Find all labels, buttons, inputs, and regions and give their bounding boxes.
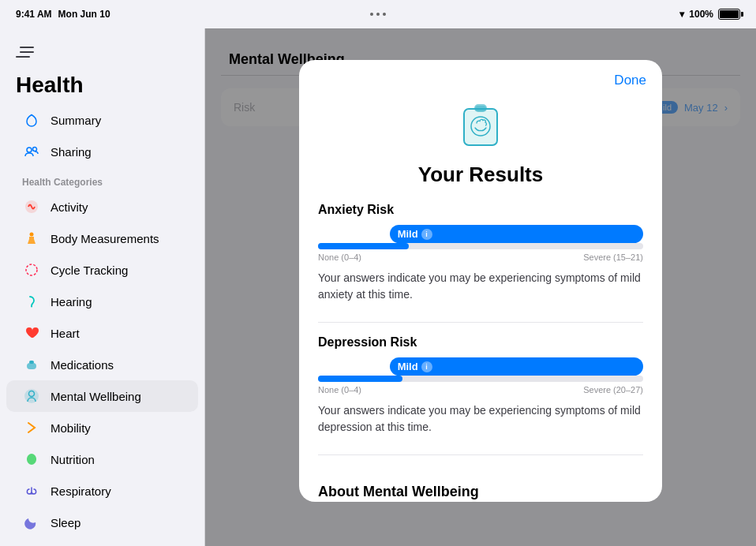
depression-info-icon[interactable]: i bbox=[421, 361, 432, 372]
cycle-tracking-label: Cycle Tracking bbox=[51, 264, 128, 277]
anxiety-risk-title: Anxiety Risk bbox=[318, 203, 643, 217]
sidebar-toggle-button[interactable] bbox=[16, 44, 38, 60]
anxiety-info-icon[interactable]: i bbox=[421, 229, 432, 240]
depression-badge-wrap: Mild i bbox=[318, 357, 643, 376]
activity-icon bbox=[22, 197, 41, 216]
depression-min-label: None (0–4) bbox=[318, 385, 361, 395]
anxiety-risk-section: Anxiety Risk Mild i bbox=[318, 203, 643, 303]
sharing-label: Sharing bbox=[51, 145, 92, 159]
svg-point-5 bbox=[31, 306, 32, 308]
svg-rect-13 bbox=[475, 106, 486, 111]
activity-label: Activity bbox=[51, 200, 88, 214]
svg-point-3 bbox=[30, 233, 34, 237]
nutrition-icon bbox=[22, 450, 41, 469]
status-date: Mon Jun 10 bbox=[58, 9, 110, 20]
mobility-icon bbox=[22, 418, 41, 437]
anxiety-progress-fill bbox=[318, 243, 409, 249]
main-content: Mental Wellbeing Risk Mild May 12 › bbox=[205, 28, 756, 546]
sidebar-item-nutrition[interactable]: Nutrition bbox=[6, 443, 198, 475]
health-categories-label: Health Categories bbox=[0, 167, 204, 191]
status-bar-left: 9:41 AM Mon Jun 10 bbox=[16, 9, 110, 20]
ipad-frame: 9:41 AM Mon Jun 10 ▾ 100% bbox=[0, 0, 756, 546]
anxiety-mild-badge: Mild i bbox=[390, 225, 643, 243]
sidebar-item-sleep[interactable]: Sleep bbox=[6, 507, 198, 538]
results-modal: Done bbox=[299, 60, 662, 502]
body-measurements-label: Body Measurements bbox=[51, 232, 159, 245]
sleep-label: Sleep bbox=[51, 516, 80, 529]
depression-risk-section: Depression Risk Mild i bbox=[318, 335, 643, 436]
anxiety-description: Your answers indicate you may be experie… bbox=[318, 270, 643, 303]
sidebar-item-summary[interactable]: Summary bbox=[6, 104, 198, 136]
medications-icon bbox=[22, 355, 41, 374]
sidebar-item-sharing[interactable]: Sharing bbox=[6, 136, 198, 167]
depression-mild-badge: Mild i bbox=[390, 357, 643, 376]
about-mental-wellbeing-title: About Mental Wellbeing bbox=[299, 484, 662, 502]
sidebar-item-symptoms[interactable]: Symptoms bbox=[6, 538, 198, 546]
medications-label: Medications bbox=[51, 358, 114, 372]
svg-rect-6 bbox=[27, 363, 36, 369]
sidebar-item-activity[interactable]: Activity bbox=[6, 191, 198, 223]
app-title: Health bbox=[0, 73, 204, 104]
nutrition-label: Nutrition bbox=[51, 453, 95, 466]
anxiety-max-label: Severe (15–21) bbox=[583, 252, 643, 262]
sharing-icon bbox=[22, 142, 41, 161]
mental-wellbeing-clipboard-icon bbox=[453, 95, 508, 150]
summary-icon bbox=[22, 110, 41, 129]
sidebar: Health Summary bbox=[0, 28, 205, 546]
svg-rect-7 bbox=[29, 361, 34, 364]
depression-badge-label: Mild bbox=[398, 361, 418, 372]
toggle-line bbox=[20, 47, 34, 48]
svg-point-1 bbox=[33, 148, 37, 151]
status-dot-1 bbox=[370, 13, 373, 16]
sidebar-item-heart[interactable]: Heart bbox=[6, 317, 198, 349]
sidebar-item-body-measurements[interactable]: Body Measurements bbox=[6, 223, 198, 254]
depression-risk-title: Depression Risk bbox=[318, 335, 643, 350]
app-layout: Health Summary bbox=[0, 28, 756, 546]
toggle-line bbox=[16, 56, 30, 58]
modal-divider-2 bbox=[318, 454, 643, 455]
mental-wellbeing-label: Mental Wellbeing bbox=[51, 390, 141, 403]
wifi-icon: ▾ bbox=[679, 9, 684, 20]
status-dot-3 bbox=[383, 13, 386, 16]
done-button[interactable]: Done bbox=[614, 73, 646, 88]
status-bar: 9:41 AM Mon Jun 10 ▾ 100% bbox=[0, 0, 756, 28]
summary-label: Summary bbox=[51, 114, 101, 127]
modal-divider bbox=[318, 322, 643, 323]
depression-max-label: Severe (20–27) bbox=[583, 385, 643, 395]
svg-point-0 bbox=[27, 148, 32, 152]
sidebar-item-mental-wellbeing[interactable]: Mental Wellbeing bbox=[6, 380, 198, 412]
modal-title: Your Results bbox=[299, 163, 662, 203]
modal-icon-area bbox=[299, 88, 662, 163]
sidebar-item-mobility[interactable]: Mobility bbox=[6, 412, 198, 443]
anxiety-badge-wrap: Mild i bbox=[318, 225, 643, 243]
anxiety-progress-labels: None (0–4) Severe (15–21) bbox=[318, 252, 643, 262]
depression-description: Your answers indicate you may be experie… bbox=[318, 402, 643, 436]
svg-rect-11 bbox=[464, 109, 497, 145]
heart-label: Heart bbox=[51, 327, 80, 340]
respiratory-label: Respiratory bbox=[51, 484, 111, 498]
sidebar-item-respiratory[interactable]: Respiratory bbox=[6, 475, 198, 507]
sidebar-item-hearing[interactable]: Hearing bbox=[6, 286, 198, 317]
battery-percent: 100% bbox=[689, 9, 713, 20]
mobility-label: Mobility bbox=[51, 421, 91, 435]
sidebar-item-cycle-tracking[interactable]: Cycle Tracking bbox=[6, 254, 198, 286]
respiratory-icon bbox=[22, 481, 41, 500]
heart-icon bbox=[22, 323, 41, 342]
status-bar-right: ▾ 100% bbox=[679, 9, 740, 20]
status-time: 9:41 AM bbox=[16, 9, 52, 20]
depression-progress-bar bbox=[318, 376, 643, 382]
depression-progress-labels: None (0–4) Severe (20–27) bbox=[318, 385, 643, 395]
sidebar-top-bar bbox=[0, 38, 204, 73]
modal-overlay: Done bbox=[205, 28, 756, 546]
cycle-tracking-icon bbox=[22, 260, 41, 279]
battery-fill bbox=[720, 10, 739, 18]
modal-header: Done bbox=[299, 60, 662, 88]
anxiety-min-label: None (0–4) bbox=[318, 252, 361, 262]
status-bar-center bbox=[370, 13, 386, 16]
modal-body: Anxiety Risk Mild i bbox=[299, 203, 662, 484]
sidebar-item-medications[interactable]: Medications bbox=[6, 349, 198, 380]
depression-progress-fill bbox=[318, 376, 402, 382]
svg-point-4 bbox=[26, 264, 37, 275]
body-measurements-icon bbox=[22, 229, 41, 248]
anxiety-progress-bar bbox=[318, 243, 643, 249]
